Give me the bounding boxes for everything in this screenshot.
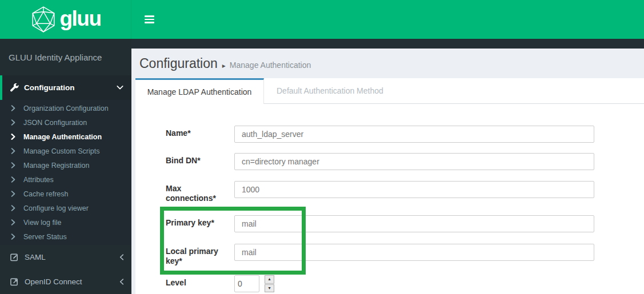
sidebar-item-json-configuration[interactable]: JSON Configuration [0, 115, 131, 130]
content-area: Configuration ▸ Manage Authentication Ma… [131, 39, 644, 294]
sidebar-item-label: Configure log viewer [23, 204, 89, 212]
local-primary-key-field[interactable] [234, 244, 594, 261]
chevron-right-icon [11, 191, 16, 197]
form-row: Local primary key* [166, 244, 594, 266]
page-header: Configuration ▸ Manage Authentication [131, 49, 644, 78]
level-spinner: ▴ ▾ [265, 275, 274, 292]
chevron-right-icon [11, 119, 16, 126]
configuration-submenu: Organization Configuration JSON Configur… [0, 100, 131, 245]
form-row: Bind DN* [166, 153, 594, 170]
chevron-right-icon [11, 105, 16, 111]
sidebar: GLUU Identity Appliance Configuration Or… [0, 39, 131, 294]
sidebar-item-organization-configuration[interactable]: Organization Configuration [0, 101, 131, 115]
sidebar-item-label: JSON Configuration [23, 119, 87, 127]
local-primary-key-field-label: Local primary key* [166, 244, 231, 266]
sidebar-item-server-status[interactable]: Server Status [0, 229, 131, 244]
chevron-right-icon [11, 205, 16, 211]
breadcrumb-arrow-icon: ▸ [222, 62, 226, 70]
sidebar-item-view-log-file[interactable]: View log file [0, 215, 131, 229]
top-header: gluu [0, 0, 644, 39]
spinner-up-button[interactable]: ▴ [265, 275, 274, 284]
chevron-right-icon [11, 148, 16, 154]
form-row: Max connections* [166, 181, 594, 203]
sidebar-item-configure-log-viewer[interactable]: Configure log viewer [0, 201, 131, 215]
sidebar-item-label: Configuration [24, 83, 74, 92]
external-link-square-icon [10, 277, 19, 286]
sidebar-item-manage-custom-scripts[interactable]: Manage Custom Scripts [0, 144, 131, 158]
primary-key-field[interactable] [234, 215, 594, 232]
bind-dn-field[interactable] [234, 153, 594, 170]
name-field[interactable] [234, 126, 594, 143]
sidebar-item-configuration[interactable]: Configuration [0, 75, 131, 100]
sidebar-title: GLUU Identity Appliance [0, 39, 131, 75]
max-connections-field-label: Max connections* [166, 181, 231, 203]
form-row: Primary key* [166, 215, 594, 232]
edit-square-icon [10, 253, 19, 261]
top-navbar [131, 0, 644, 39]
primary-key-field-label: Primary key* [166, 215, 231, 232]
sidebar-item-label: SAML [25, 253, 46, 261]
tab-default-authentication-method[interactable]: Default Authentication Method [264, 86, 383, 95]
wrench-icon [10, 83, 19, 92]
sidebar-item-label: Attributes [23, 176, 54, 184]
content-top-strip [131, 39, 644, 49]
bind-dn-field-label: Bind DN* [166, 153, 231, 170]
chevron-left-icon [119, 279, 124, 285]
chevron-right-icon [11, 134, 16, 140]
chevron-down-icon [117, 85, 123, 90]
logo-text: gluu [59, 8, 101, 29]
hamburger-menu-button[interactable] [145, 15, 155, 23]
sidebar-item-label: Organization Configuration [23, 104, 109, 112]
tab-manage-ldap-authentication[interactable]: Manage LDAP Authentication [135, 78, 264, 104]
sidebar-item-label: Cache refresh [23, 190, 69, 198]
breadcrumb: Manage Authentication [230, 61, 311, 70]
chevron-right-icon [11, 176, 16, 183]
max-connections-field[interactable] [234, 181, 594, 198]
sidebar-item-manage-authentication[interactable]: Manage Authentication [0, 130, 131, 144]
sidebar-item-manage-registration[interactable]: Manage Registration [0, 158, 131, 172]
spinner-down-button[interactable]: ▾ [265, 284, 274, 293]
sidebar-item-saml[interactable]: SAML [0, 245, 131, 269]
sidebar-item-label: Manage Registration [23, 162, 89, 170]
sidebar-item-label: View log file [23, 219, 61, 227]
sidebar-item-label: OpenID Connect [25, 277, 82, 286]
sidebar-item-label: Manage Authentication [23, 133, 102, 141]
gluu-logo[interactable]: gluu [0, 0, 131, 39]
name-field-label: Name* [166, 126, 231, 143]
sidebar-item-openid-connect[interactable]: OpenID Connect [0, 269, 131, 294]
sidebar-item-label: Manage Custom Scripts [23, 147, 99, 155]
sidebar-item-cache-refresh[interactable]: Cache refresh [0, 187, 131, 201]
sidebar-item-attributes[interactable]: Attributes [0, 172, 131, 187]
level-field[interactable] [234, 275, 259, 292]
gluu-admin-app: gluu GLUU Identity Appliance Configurati… [0, 0, 644, 294]
tab-bar: Manage LDAP Authentication Default Authe… [135, 78, 644, 104]
level-field-label: Level [166, 275, 231, 292]
chevron-left-icon [119, 254, 124, 260]
chevron-right-icon [11, 219, 16, 225]
chevron-right-icon [11, 233, 16, 240]
tab-bar-rest: Default Authentication Method [264, 78, 644, 104]
sidebar-item-label: Server Status [23, 233, 67, 241]
form-row: Name* [166, 126, 594, 143]
form-row: Level ▴ ▾ [166, 275, 274, 292]
page-title: Configuration [139, 56, 218, 71]
chevron-right-icon [11, 162, 16, 168]
gluu-polyhedron-icon [30, 6, 57, 33]
